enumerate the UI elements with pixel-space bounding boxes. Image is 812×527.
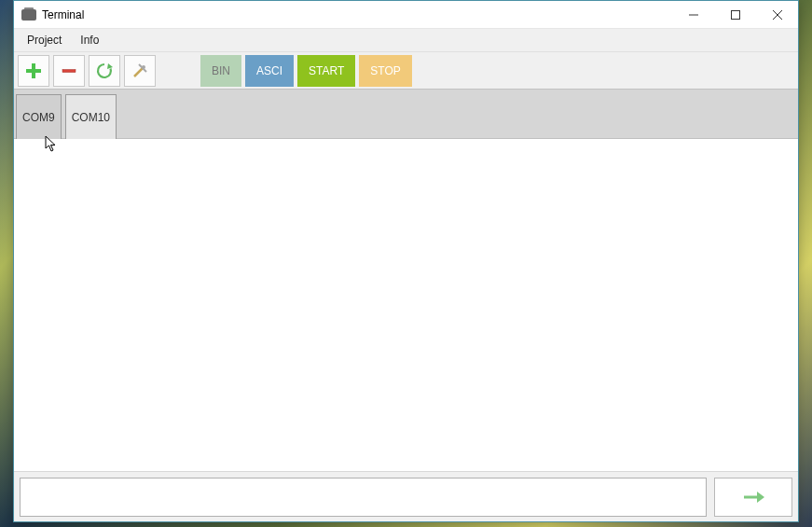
svg-rect-1 bbox=[731, 10, 739, 19]
titlebar: Terminal bbox=[14, 1, 798, 29]
settings-button[interactable] bbox=[124, 55, 156, 87]
svg-point-10 bbox=[142, 65, 145, 69]
minimize-icon bbox=[689, 10, 698, 20]
terminal-output bbox=[14, 139, 798, 471]
wrench-icon bbox=[131, 62, 149, 80]
start-button[interactable]: START bbox=[297, 55, 355, 87]
menu-project[interactable]: Project bbox=[18, 31, 71, 49]
send-button[interactable] bbox=[714, 478, 792, 517]
minimize-button[interactable] bbox=[672, 1, 714, 29]
plus-icon bbox=[24, 62, 43, 80]
svg-rect-5 bbox=[26, 69, 41, 73]
app-window: Terminal Project Info bbox=[13, 0, 799, 522]
tab-label: COM10 bbox=[72, 111, 110, 124]
tab-label: COM9 bbox=[22, 111, 55, 124]
svg-rect-6 bbox=[62, 69, 76, 72]
input-row bbox=[14, 471, 798, 521]
maximize-icon bbox=[731, 10, 740, 20]
svg-marker-12 bbox=[757, 492, 764, 503]
refresh-button[interactable] bbox=[89, 55, 120, 87]
minus-icon bbox=[60, 62, 78, 80]
tab-com9[interactable]: COM9 bbox=[16, 94, 62, 139]
bin-button[interactable]: BIN bbox=[200, 55, 241, 87]
menu-info[interactable]: Info bbox=[71, 31, 108, 49]
svg-marker-7 bbox=[107, 63, 113, 69]
asci-button[interactable]: ASCI bbox=[245, 55, 294, 87]
maximize-button[interactable] bbox=[714, 1, 756, 29]
stop-button[interactable]: STOP bbox=[359, 55, 411, 87]
svg-line-8 bbox=[134, 68, 143, 76]
add-button[interactable] bbox=[18, 55, 49, 87]
close-icon bbox=[773, 10, 782, 20]
refresh-icon bbox=[95, 62, 114, 80]
toolbar: BIN ASCI START STOP bbox=[14, 51, 798, 89]
arrow-right-icon bbox=[740, 488, 766, 506]
tab-com10[interactable]: COM10 bbox=[65, 94, 117, 139]
command-input[interactable] bbox=[20, 478, 707, 517]
remove-button[interactable] bbox=[53, 55, 85, 87]
window-title: Terminal bbox=[42, 8, 84, 21]
tab-strip: COM9 COM10 bbox=[14, 89, 798, 139]
menubar: Project Info bbox=[14, 29, 798, 51]
close-button[interactable] bbox=[756, 1, 798, 29]
app-icon bbox=[21, 9, 36, 21]
